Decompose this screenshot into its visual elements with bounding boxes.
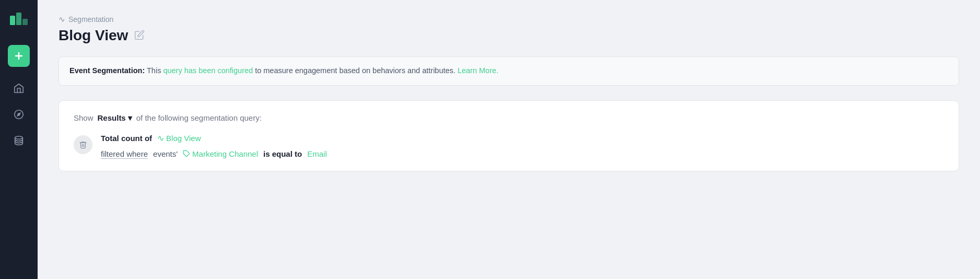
svg-rect-1: [16, 13, 21, 25]
sidebar: [0, 0, 38, 279]
page-title-row: Blog View: [59, 27, 959, 44]
sidebar-item-explore[interactable]: [8, 103, 30, 125]
chevron-down-icon: ▾: [128, 113, 132, 123]
info-banner: Event Segmentation: This query has been …: [59, 56, 959, 86]
results-dropdown[interactable]: Results ▾: [98, 113, 132, 123]
banner-after-link: to measure engagement based on behaviors…: [255, 66, 456, 75]
condition-line-2: filtered where events' Marketing Channel…: [101, 149, 327, 158]
svg-marker-6: [17, 112, 21, 117]
sidebar-item-home[interactable]: [8, 77, 30, 99]
banner-body-text: This: [147, 66, 163, 75]
sidebar-item-database[interactable]: [8, 130, 30, 152]
edit-icon[interactable]: [134, 27, 145, 44]
delete-condition-button[interactable]: [74, 135, 92, 154]
filtered-where-label[interactable]: filtered where: [101, 149, 148, 158]
logo: [8, 8, 30, 30]
add-button[interactable]: [8, 45, 30, 67]
svg-rect-0: [10, 16, 15, 25]
breadcrumb-icon: ∿: [59, 15, 65, 24]
page-title: Blog View: [59, 27, 128, 44]
svg-rect-2: [22, 19, 28, 25]
property-name: Marketing Channel: [192, 149, 258, 158]
query-builder: Show Results ▾ of the following segmenta…: [59, 100, 959, 171]
event-name: Blog View: [166, 134, 201, 143]
main-content: ∿ Segmentation Blog View Event Segmentat…: [38, 0, 980, 279]
show-label: Show: [74, 113, 94, 122]
condition-body: Total count of ∿ Blog View filtered wher…: [101, 133, 327, 158]
condition-line-1: Total count of ∿ Blog View: [101, 133, 327, 143]
show-results-row: Show Results ▾ of the following segmenta…: [74, 113, 944, 123]
value-link[interactable]: Email: [307, 149, 327, 158]
event-link[interactable]: ∿ Blog View: [157, 133, 201, 143]
total-count-label: Total count of: [101, 134, 152, 143]
following-text: of the following segmentation query:: [136, 113, 262, 122]
tag-icon: [183, 150, 190, 157]
is-equal-to-label: is equal to: [263, 149, 302, 158]
banner-bold-label: Event Segmentation:: [69, 66, 145, 75]
event-tilde-icon: ∿: [157, 133, 164, 143]
breadcrumb: ∿ Segmentation: [59, 15, 959, 24]
breadcrumb-text: Segmentation: [68, 15, 113, 24]
condition-container: Total count of ∿ Blog View filtered wher…: [74, 133, 944, 158]
banner-query-link[interactable]: query has been configured: [163, 66, 253, 75]
events-text: events': [153, 149, 178, 158]
results-label: Results: [98, 113, 126, 122]
svg-point-7: [15, 136, 23, 140]
banner-learn-more[interactable]: Learn More.: [458, 66, 498, 75]
property-link[interactable]: Marketing Channel: [183, 149, 258, 158]
